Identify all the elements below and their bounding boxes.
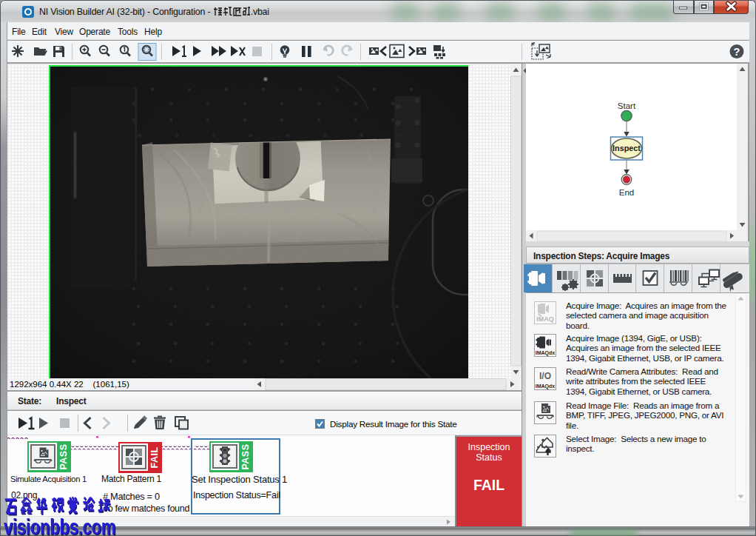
svg-text:FAIL: FAIL [149,446,160,468]
svg-text:Inspect: Inspect [612,144,641,153]
svg-text:I/O: I/O [539,371,551,381]
svg-text:IMAQdx: IMAQdx [536,350,556,356]
svg-text:IMAQ: IMAQ [536,315,554,323]
svg-text:IMAQdx: IMAQdx [536,383,556,389]
svg-text:End: End [619,188,634,197]
svg-text:Start: Start [618,101,636,110]
svg-text:PASS: PASS [58,443,69,469]
svg-text:PASS: PASS [240,443,251,469]
svg-text:?: ? [734,46,740,58]
